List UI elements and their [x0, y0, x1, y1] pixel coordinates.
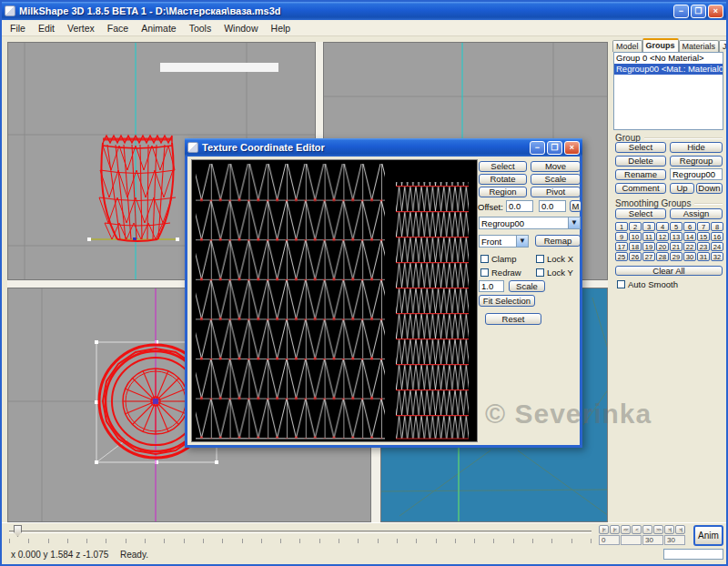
smoothing-group-button-10[interactable]: 10	[629, 232, 642, 241]
rename-input[interactable]	[670, 168, 723, 180]
redraw-checkbox[interactable]: Redraw	[480, 268, 521, 278]
menu-item-window[interactable]: Window	[217, 21, 264, 35]
uv-view-combobox[interactable]: Front ▼	[479, 235, 529, 248]
menu-item-edit[interactable]: Edit	[32, 21, 61, 35]
offset-x-field[interactable]	[506, 200, 533, 212]
menu-item-tools[interactable]: Tools	[183, 21, 218, 35]
tab-materials[interactable]: Materials	[679, 40, 720, 52]
smoothing-group-button-24[interactable]: 24	[711, 242, 723, 251]
anim-frame-field-2[interactable]	[642, 535, 663, 545]
playback-button-5[interactable]: >>	[653, 525, 663, 534]
menu-item-help[interactable]: Help	[265, 21, 298, 35]
keyframe-slider-thumb[interactable]	[14, 525, 22, 537]
smoothing-group-button-5[interactable]: 5	[670, 222, 682, 231]
restore-icon[interactable]: ❐	[691, 5, 706, 18]
scale-value-field[interactable]	[479, 280, 504, 292]
smoothing-select-button[interactable]: Select	[615, 208, 666, 219]
group-hide-button[interactable]: Hide	[670, 142, 723, 153]
playback-button-3[interactable]: <	[632, 525, 642, 534]
smoothing-group-button-32[interactable]: 32	[711, 252, 723, 261]
smoothing-group-button-1[interactable]: 1	[615, 222, 628, 231]
minimize-icon[interactable]: −	[673, 5, 689, 18]
dialog-close-icon[interactable]: ×	[564, 141, 580, 155]
chevron-down-icon[interactable]: ▼	[568, 217, 580, 228]
smoothing-group-button-21[interactable]: 21	[670, 242, 682, 251]
group-comment-button[interactable]: Comment	[615, 183, 666, 194]
group-rename-button[interactable]: Rename	[615, 169, 666, 180]
smoothing-group-button-28[interactable]: 28	[656, 252, 669, 261]
auto-smooth-checkbox[interactable]: Auto Smooth	[617, 279, 678, 289]
tab-model[interactable]: Model	[612, 40, 642, 52]
uv-scale-button[interactable]: Scale	[531, 174, 581, 185]
playback-button-1[interactable]: |<	[610, 525, 620, 534]
smoothing-group-button-16[interactable]: 16	[711, 232, 723, 241]
playback-button-7[interactable]: >|	[675, 525, 685, 534]
anim-frame-field-0[interactable]	[599, 535, 620, 545]
uv-pivot-button[interactable]: Pivot	[531, 187, 581, 197]
smoothing-group-button-15[interactable]: 15	[697, 232, 710, 241]
playback-button-6[interactable]: >|	[664, 525, 674, 534]
tab-groups[interactable]: Groups	[642, 38, 679, 52]
group-listbox[interactable]: Group 0 <No Material>Regroup00 <Mat.: Ma…	[613, 52, 723, 130]
smoothing-group-button-14[interactable]: 14	[683, 232, 696, 241]
smoothing-group-button-29[interactable]: 29	[670, 252, 682, 261]
clear-all-button[interactable]: Clear All	[615, 266, 723, 276]
fit-selection-button[interactable]: Fit Selection	[479, 295, 535, 307]
anim-frame-field-3[interactable]	[664, 535, 685, 545]
group-list-item[interactable]: Regroup00 <Mat.: Material01>	[614, 64, 723, 75]
smoothing-group-button-3[interactable]: 3	[642, 222, 655, 231]
offset-y-field[interactable]	[539, 200, 566, 212]
group-delete-button[interactable]: Delete	[615, 156, 666, 167]
smoothing-group-button-20[interactable]: 20	[656, 242, 669, 251]
uv-select-button[interactable]: Select	[479, 161, 527, 172]
uv-region-button[interactable]: Region	[479, 187, 527, 197]
remap-button[interactable]: Remap	[535, 235, 581, 247]
anim-frame-field-1[interactable]	[621, 535, 642, 545]
group-regroup-button[interactable]: Regroup	[670, 156, 723, 167]
smoothing-group-button-8[interactable]: 8	[711, 222, 723, 231]
uv-group-combobox[interactable]: Regroup00 ▼	[479, 217, 581, 229]
playback-button-4[interactable]: >	[642, 525, 652, 534]
smoothing-group-button-22[interactable]: 22	[683, 242, 696, 251]
lock-x-checkbox[interactable]: Lock X	[536, 254, 573, 264]
smoothing-group-button-17[interactable]: 17	[615, 242, 628, 251]
group-up-button[interactable]: Up	[670, 183, 694, 194]
smoothing-group-button-30[interactable]: 30	[683, 252, 696, 261]
anim-toggle-button[interactable]: Anim	[693, 525, 723, 546]
menu-item-face[interactable]: Face	[101, 21, 135, 35]
smoothing-group-button-19[interactable]: 19	[642, 242, 655, 251]
smoothing-group-button-31[interactable]: 31	[697, 252, 710, 261]
uv-canvas[interactable]	[191, 159, 478, 442]
playback-button-2[interactable]: <<	[621, 525, 631, 534]
smoothing-group-button-11[interactable]: 11	[642, 232, 655, 241]
group-list-item[interactable]: Group 0 <No Material>	[614, 53, 723, 64]
smoothing-assign-button[interactable]: Assign	[670, 208, 723, 219]
smoothing-group-button-23[interactable]: 23	[697, 242, 710, 251]
smoothing-group-button-4[interactable]: 4	[656, 222, 669, 231]
offset-m-button[interactable]: M	[570, 200, 581, 212]
smoothing-group-button-6[interactable]: 6	[683, 222, 696, 231]
group-select-button[interactable]: Select	[615, 142, 666, 153]
chevron-down-icon[interactable]: ▼	[516, 236, 528, 247]
window-titlebar[interactable]: MilkShape 3D 1.8.5 BETA 1 - D:\Мастерска…	[2, 2, 726, 20]
smoothing-group-button-13[interactable]: 13	[670, 232, 682, 241]
dialog-restore-icon[interactable]: ❐	[547, 141, 562, 155]
lock-y-checkbox[interactable]: Lock Y	[536, 268, 573, 278]
close-icon[interactable]: ×	[708, 5, 723, 18]
menu-item-animate[interactable]: Animate	[135, 21, 183, 35]
status-input[interactable]	[663, 549, 723, 560]
smoothing-group-button-18[interactable]: 18	[629, 242, 642, 251]
smoothing-group-button-12[interactable]: 12	[656, 232, 669, 241]
smoothing-group-button-27[interactable]: 27	[642, 252, 655, 261]
smoothing-group-button-7[interactable]: 7	[697, 222, 710, 231]
group-down-button[interactable]: Down	[696, 183, 723, 194]
tab-joints[interactable]: Joints	[719, 40, 728, 52]
playback-button-0[interactable]: |<	[599, 525, 609, 534]
menu-item-file[interactable]: File	[4, 21, 32, 35]
menu-item-vertex[interactable]: Vertex	[61, 21, 101, 35]
smoothing-group-button-25[interactable]: 25	[615, 252, 628, 261]
keyframe-track[interactable]	[9, 531, 592, 533]
scale-apply-button[interactable]: Scale	[509, 280, 545, 292]
dialog-titlebar[interactable]: Texture Coordinate Editor − ❐ ×	[185, 138, 582, 157]
reset-button[interactable]: Reset	[485, 313, 541, 325]
